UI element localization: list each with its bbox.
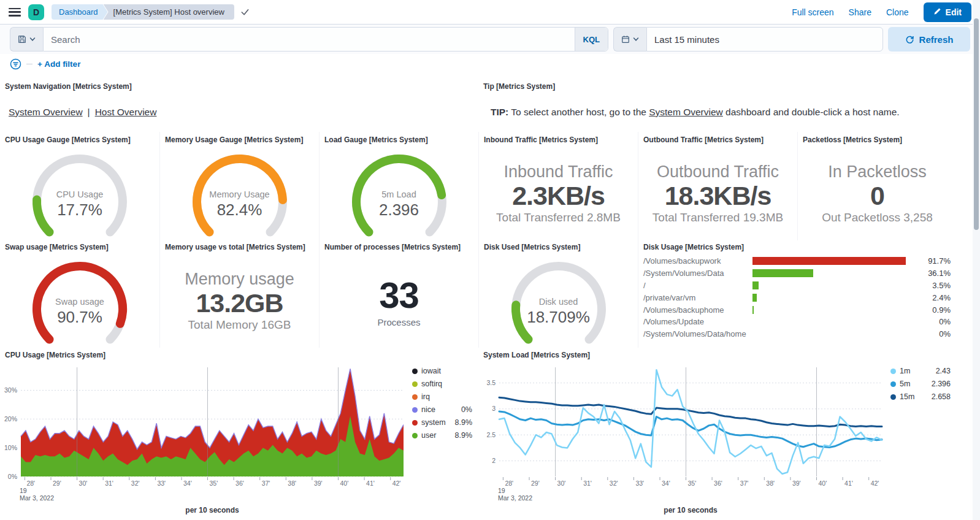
panel-packetloss: Packetloss [Metrics System] In Packetlos… bbox=[797, 132, 957, 240]
disk-mount-label: /Volumes/backuphome bbox=[643, 305, 752, 315]
panel-outbound-traffic: Outbound Traffic [Metrics System] Outbou… bbox=[638, 132, 797, 240]
load-gauge: 5m Load2.396 bbox=[347, 150, 451, 240]
clone-link[interactable]: Clone bbox=[886, 7, 909, 17]
svg-text:3.5: 3.5 bbox=[486, 379, 496, 386]
legend-label: 15m bbox=[900, 392, 914, 401]
disk-usage-percent: 2.4% bbox=[920, 293, 951, 302]
disk-usage-bar-track bbox=[752, 318, 920, 326]
breadcrumb-current: [Metrics System] Host overview bbox=[104, 4, 234, 20]
panel-title: System Load [Metrics System] bbox=[483, 351, 590, 359]
date-picker-menu-button[interactable] bbox=[613, 27, 646, 52]
tip-text: TIP: To select another host, go to the S… bbox=[491, 107, 952, 118]
legend-dot bbox=[412, 369, 418, 374]
panel-title: CPU Usage Gauge [Metrics System] bbox=[5, 136, 131, 144]
panel-title: Packetloss [Metrics System] bbox=[803, 136, 902, 144]
add-filter-button[interactable]: + Add filter bbox=[37, 59, 80, 69]
legend-item-iowait[interactable]: iowait bbox=[412, 367, 472, 375]
search-input[interactable] bbox=[51, 34, 575, 45]
panel-title: Load Gauge [Metrics System] bbox=[324, 136, 428, 144]
tip-system-overview-link[interactable]: System Overview bbox=[649, 107, 723, 117]
top-navigation: D Dashboard [Metrics System] Host overvi… bbox=[0, 0, 980, 25]
refresh-icon bbox=[905, 35, 914, 44]
filter-bar: + Add filter bbox=[0, 54, 980, 74]
panel-swap-usage-gauge: Swap usage [Metrics System] Swap usage90… bbox=[0, 239, 159, 348]
breadcrumb-dashboard[interactable]: Dashboard bbox=[52, 4, 108, 20]
legend-dot bbox=[412, 420, 418, 426]
dashboard-grid: System Navigation [Metrics System] Syste… bbox=[0, 74, 973, 520]
disk-used-gauge: Disk used18.709% bbox=[507, 258, 611, 348]
svg-text:38': 38' bbox=[766, 480, 775, 487]
legend-item-user[interactable]: user8.9% bbox=[412, 431, 472, 440]
svg-text:36': 36' bbox=[714, 480, 722, 487]
legend-value: 2.43 bbox=[936, 367, 951, 375]
svg-text:10%: 10% bbox=[4, 444, 17, 451]
legend-dot bbox=[890, 381, 896, 387]
load-chart-legend: 1m2.435m2.39615m2.658 bbox=[890, 367, 951, 401]
svg-text:Mar 3, 2022: Mar 3, 2022 bbox=[20, 494, 54, 502]
saved-query-menu-button[interactable] bbox=[10, 27, 43, 52]
disk-usage-bar bbox=[752, 294, 757, 302]
svg-text:29': 29' bbox=[531, 480, 540, 487]
legend-item-nice[interactable]: nice0% bbox=[412, 405, 472, 414]
svg-text:31': 31' bbox=[105, 480, 113, 487]
svg-text:40': 40' bbox=[819, 480, 827, 487]
edit-button[interactable]: Edit bbox=[924, 2, 971, 22]
panel-title: Disk Used [Metrics System] bbox=[484, 243, 580, 251]
system-overview-link[interactable]: System Overview bbox=[9, 107, 83, 117]
panel-cpu-usage-chart: 0%10%20%30%28'29'30'31'32'33'34'35'36'37… bbox=[0, 346, 478, 520]
legend-item-5m[interactable]: 5m2.396 bbox=[890, 380, 951, 388]
memory-usage-gauge: Memory Usage82.4% bbox=[188, 150, 292, 240]
packetloss-value: 0 bbox=[870, 182, 884, 210]
processes-value: 33 bbox=[379, 276, 419, 315]
full-screen-link[interactable]: Full screen bbox=[792, 7, 833, 17]
legend-item-15m[interactable]: 15m2.658 bbox=[890, 392, 951, 401]
disk-usage-percent: 0.9% bbox=[920, 305, 951, 315]
kql-selector[interactable]: KQL bbox=[575, 28, 608, 51]
disk-usage-bar-track bbox=[752, 330, 920, 338]
svg-text:31': 31' bbox=[583, 480, 592, 487]
scrollbar-thumb[interactable] bbox=[974, 18, 979, 230]
disk-usage-bar bbox=[752, 306, 754, 314]
svg-text:2: 2 bbox=[492, 457, 496, 464]
legend-item-1m[interactable]: 1m2.43 bbox=[890, 367, 951, 375]
panel-number-of-processes: Number of processes [Metrics System] 33 … bbox=[319, 239, 478, 348]
legend-item-irq[interactable]: irq bbox=[412, 392, 472, 401]
legend-dot bbox=[412, 407, 418, 413]
disk-usage-row: /Volumes/backupwork91.7% bbox=[643, 255, 951, 267]
disk-usage-percent: 0% bbox=[920, 317, 951, 326]
cpu-usage-chart[interactable]: 0%10%20%30%28'29'30'31'32'33'34'35'36'37… bbox=[0, 346, 478, 520]
legend-item-softirq[interactable]: softirq bbox=[412, 380, 472, 388]
legend-label: irq bbox=[421, 392, 430, 401]
disk-usage-list: /Volumes/backupwork91.7%/System/Volumes/… bbox=[643, 255, 952, 340]
svg-text:41': 41' bbox=[366, 480, 375, 487]
breadcrumb: Dashboard [Metrics System] Host overview bbox=[52, 4, 250, 20]
svg-text:33': 33' bbox=[635, 480, 644, 487]
filter-icon[interactable] bbox=[10, 58, 21, 70]
panel-cpu-usage-gauge: CPU Usage Gauge [Metrics System] CPU Usa… bbox=[0, 132, 159, 240]
svg-text:39': 39' bbox=[314, 480, 323, 487]
system-load-chart[interactable]: 22.533.528'29'30'31'32'33'34'35'36'37'38… bbox=[478, 346, 957, 520]
svg-text:3: 3 bbox=[492, 405, 496, 412]
disk-mount-label: /private/var/vm bbox=[643, 293, 752, 302]
disk-mount-label: / bbox=[643, 281, 752, 290]
svg-text:30': 30' bbox=[557, 480, 566, 487]
refresh-button[interactable]: Refresh bbox=[888, 27, 970, 52]
disk-usage-percent: 91.7% bbox=[920, 256, 951, 266]
disk-usage-bar-track bbox=[752, 281, 920, 289]
cpu-chart-legend: iowaitsoftirqirqnice0%system8.9%user8.9% bbox=[412, 367, 472, 440]
time-range-button[interactable]: Last 15 minutes bbox=[646, 27, 883, 52]
svg-text:30%: 30% bbox=[4, 386, 17, 394]
scrollbar-track bbox=[973, 0, 980, 520]
disk-usage-row: /System/Volumes/Data36.1% bbox=[643, 267, 951, 280]
panel-inbound-traffic: Inbound Traffic [Metrics System] Inbound… bbox=[478, 132, 638, 240]
share-link[interactable]: Share bbox=[849, 7, 871, 17]
legend-dot bbox=[890, 394, 896, 400]
svg-text:28': 28' bbox=[26, 480, 35, 487]
host-overview-link[interactable]: Host Overview bbox=[95, 107, 157, 117]
app-logo[interactable]: D bbox=[28, 4, 44, 20]
svg-text:34': 34' bbox=[183, 480, 192, 487]
svg-text:39': 39' bbox=[792, 480, 801, 487]
legend-item-system[interactable]: system8.9% bbox=[412, 418, 472, 427]
menu-icon[interactable] bbox=[9, 8, 21, 17]
legend-value: 2.658 bbox=[932, 392, 951, 401]
